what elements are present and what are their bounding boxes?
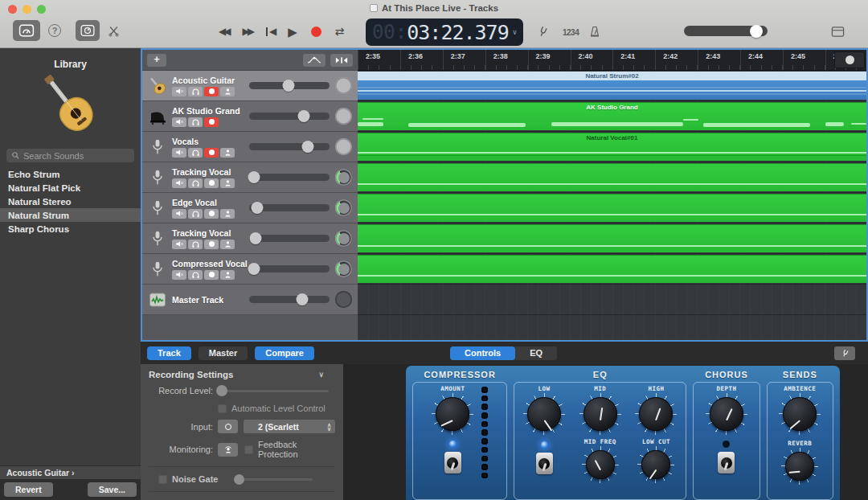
master-volume-thumb[interactable] (750, 25, 763, 38)
track-header-compressed-vocal[interactable]: Compressed Vocal (142, 254, 358, 285)
add-track-button[interactable]: + (147, 54, 166, 67)
audio-region[interactable] (358, 194, 866, 222)
input-source-select[interactable]: 2 (Scarlett ∧∨ (244, 420, 335, 433)
track-header-tracking-vocal-2[interactable]: Tracking Vocal (142, 223, 358, 254)
horizontal-zoom-slider[interactable] (834, 51, 865, 68)
volume-thumb[interactable] (302, 141, 314, 153)
track-header-master[interactable]: Master Track (142, 285, 358, 315)
timeline-ruler[interactable]: 2:35 2:36 2:37 2:38 2:39 2:40 2:41 2:42 … (358, 50, 866, 71)
time-display[interactable]: 00:03:22.379 ∨ (366, 18, 523, 46)
audio-region[interactable] (358, 163, 866, 191)
editors-button[interactable] (104, 22, 122, 39)
input-format-button[interactable] (218, 420, 238, 433)
track-volume-slider[interactable] (249, 174, 330, 181)
record-level-slider[interactable] (218, 390, 329, 392)
track-header-vocals[interactable]: Vocals (142, 132, 358, 162)
track-volume-slider[interactable] (249, 235, 330, 242)
automation-button[interactable] (303, 54, 326, 67)
input-monitoring-button[interactable] (220, 270, 235, 280)
library-button[interactable] (13, 20, 40, 41)
solo-button[interactable] (188, 209, 203, 219)
audio-region[interactable] (358, 224, 866, 252)
search-sounds-field[interactable]: Search Sounds (6, 149, 134, 162)
track-header-tracking-vocal[interactable]: Tracking Vocal (142, 162, 358, 193)
auto-level-checkbox[interactable] (218, 404, 227, 413)
pan-knob[interactable] (335, 291, 352, 308)
noise-gate-checkbox[interactable] (158, 475, 167, 484)
pan-knob[interactable] (335, 77, 352, 94)
display-mode-button[interactable] (831, 26, 845, 38)
library-item-selected[interactable]: Natural Strum (0, 208, 141, 222)
compressor-toggle[interactable] (444, 452, 461, 473)
mute-button[interactable] (172, 240, 186, 249)
tab-track[interactable]: Track (147, 346, 191, 360)
fast-forward-button[interactable]: ▶▶ (242, 27, 252, 36)
count-in-button[interactable]: 1234 (563, 28, 579, 37)
track-header-ak-studio-grand[interactable]: AK Studio Grand (142, 101, 358, 132)
monitoring-button[interactable] (218, 443, 238, 457)
mute-button[interactable] (172, 209, 186, 219)
region-natural-strum[interactable]: Natural Strum#02 (358, 72, 866, 100)
solo-button[interactable] (188, 270, 203, 280)
mid-freq-knob[interactable] (582, 446, 619, 483)
eq-toggle[interactable] (536, 453, 553, 474)
tab-master[interactable]: Master (199, 346, 248, 360)
collapse-chevron-icon[interactable]: ∨ (318, 371, 324, 379)
play-button[interactable]: ▶ (288, 26, 297, 38)
audio-region[interactable] (358, 255, 866, 283)
high-knob[interactable] (635, 393, 677, 435)
track-volume-slider[interactable] (249, 296, 330, 303)
track-volume-slider[interactable] (249, 204, 330, 211)
save-button[interactable]: Save... (88, 482, 137, 497)
pan-knob[interactable] (335, 169, 352, 186)
tab-eq[interactable]: EQ (515, 346, 557, 360)
master-volume-slider[interactable] (684, 26, 768, 36)
volume-thumb[interactable] (250, 232, 262, 244)
pan-knob[interactable] (335, 138, 352, 155)
record-button[interactable] (311, 27, 321, 37)
zoom-knob[interactable] (845, 55, 854, 64)
tab-compare[interactable]: Compare (255, 346, 314, 360)
close-window-button[interactable] (8, 5, 17, 14)
quick-help-button[interactable]: ? (47, 23, 63, 39)
go-to-beginning-button[interactable]: ◀ (266, 27, 274, 36)
reverb-knob[interactable] (781, 448, 818, 485)
volume-thumb[interactable] (283, 80, 295, 92)
low-cut-knob[interactable] (637, 446, 674, 483)
input-monitoring-button[interactable] (220, 209, 235, 219)
pan-knob[interactable] (335, 230, 352, 247)
record-enable-button[interactable] (204, 178, 219, 188)
mute-button[interactable] (172, 117, 186, 127)
chorus-toggle[interactable] (718, 452, 735, 473)
solo-button[interactable] (188, 117, 203, 127)
solo-button[interactable] (188, 87, 203, 96)
mute-button[interactable] (172, 148, 186, 158)
region-natural-vocal[interactable]: Natural Vocal#01 (358, 133, 866, 161)
volume-thumb[interactable] (248, 171, 260, 183)
tuner-button[interactable] (537, 25, 549, 39)
mute-button[interactable] (172, 178, 186, 188)
volume-thumb[interactable] (297, 293, 309, 305)
input-monitoring-button[interactable] (220, 148, 235, 158)
pan-knob[interactable] (335, 260, 352, 277)
tuner-panel-button[interactable] (834, 346, 855, 360)
mute-button[interactable] (172, 270, 186, 280)
track-header-acoustic-guitar[interactable]: Acoustic Guitar (142, 71, 358, 101)
cycle-button[interactable]: ⇄ (335, 26, 345, 37)
zoom-window-button[interactable] (37, 5, 46, 14)
feedback-protection-checkbox[interactable] (244, 445, 253, 454)
track-volume-slider[interactable] (249, 265, 330, 273)
solo-button[interactable] (188, 178, 203, 188)
time-display-chevron-icon[interactable]: ∨ (513, 28, 517, 36)
smart-controls-button[interactable] (76, 20, 100, 41)
record-enable-button[interactable] (204, 87, 219, 96)
rewind-button[interactable]: ◀◀ (219, 27, 228, 36)
catch-playhead-button[interactable] (330, 54, 353, 67)
pan-knob[interactable] (335, 108, 352, 125)
library-item[interactable]: Natural Stereo (0, 195, 141, 208)
record-level-thumb[interactable] (216, 385, 227, 396)
library-item[interactable]: Echo Strum (0, 167, 141, 181)
record-enable-button[interactable] (204, 240, 219, 249)
record-enable-button[interactable] (204, 209, 219, 219)
revert-button[interactable]: Revert (4, 482, 53, 497)
